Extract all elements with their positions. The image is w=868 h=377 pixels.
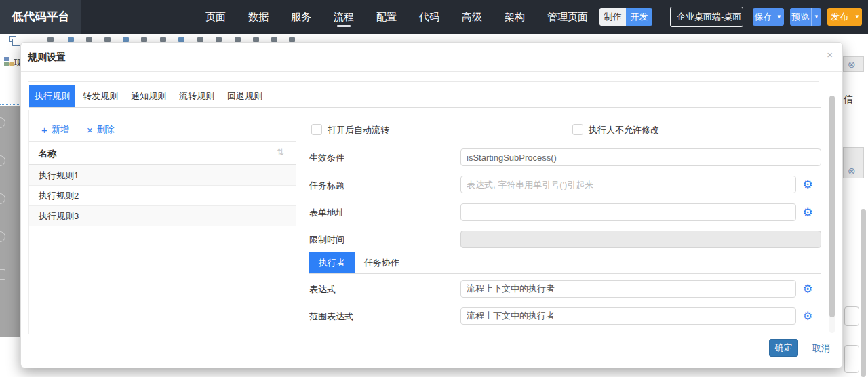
mode-make-button[interactable]: 制作 xyxy=(599,8,626,26)
preview-button-label: 预览 xyxy=(790,8,811,26)
nav-item-admin-pages[interactable]: 管理页面 xyxy=(537,0,598,34)
background-right-box-2: ⊗ xyxy=(843,147,864,178)
form-url-label: 表单地址 xyxy=(309,207,344,219)
cancel-button[interactable]: 取消 xyxy=(812,342,830,355)
nav-item-architecture[interactable]: 架构 xyxy=(494,0,535,34)
gear-icon[interactable]: ⚙ xyxy=(801,309,814,323)
save-button[interactable]: 保存 ▼ xyxy=(753,8,784,26)
mode-toggle: 制作 开发 xyxy=(599,8,652,26)
no-modify-label: 执行人不允许修改 xyxy=(589,124,659,136)
gear-icon[interactable]: ⚙ xyxy=(801,282,814,296)
modal-scrollbar-thumb[interactable] xyxy=(829,96,835,317)
ok-button[interactable]: 确定 xyxy=(769,339,798,357)
executor-tabs: 执行者 任务协作 xyxy=(309,252,409,273)
add-rule-button[interactable]: + 新增 xyxy=(41,123,69,136)
form-url-input[interactable] xyxy=(460,203,796,221)
save-button-label: 保存 xyxy=(753,8,774,26)
table-row[interactable]: 执行规则1 xyxy=(29,165,296,186)
nav-item-services[interactable]: 服务 xyxy=(281,0,321,34)
app-root: 低代码平台 页面 数据 服务 流程 配置 代码 高级 架构 管理页面 制作 开发… xyxy=(0,0,868,377)
app-logo: 低代码平台 xyxy=(0,0,81,34)
page-select[interactable]: 企业桌面端-桌面 ⌄ xyxy=(670,7,743,27)
plus-icon: + xyxy=(41,124,47,136)
preview-caret-icon[interactable]: ▼ xyxy=(811,8,821,26)
background-canvas-strip xyxy=(0,106,20,337)
circle-x-icon: ⊗ xyxy=(848,165,856,176)
gear-icon[interactable]: ⚙ xyxy=(801,178,814,192)
time-limit-input xyxy=(460,231,821,248)
background-toolbar-strip xyxy=(0,34,868,42)
publish-button-label: 发布 xyxy=(827,8,852,26)
save-caret-icon[interactable]: ▼ xyxy=(774,8,784,26)
modal-sub-divider xyxy=(28,81,819,82)
chevron-down-icon: ⌄ xyxy=(732,7,739,26)
publish-caret-icon[interactable]: ▼ xyxy=(852,8,862,26)
task-title-input[interactable] xyxy=(460,176,796,193)
delete-rule-button[interactable]: × 删除 xyxy=(87,123,115,136)
background-dotted-line xyxy=(0,104,20,105)
background-right-text: 信 xyxy=(844,94,853,106)
range-expression-label: 范围表达式 xyxy=(309,311,353,323)
auto-flow-checkbox[interactable] xyxy=(311,124,322,135)
rule-tabs: 执行规则 转发规则 通知规则 流转规则 回退规则 xyxy=(29,85,270,107)
table-row[interactable]: 执行规则3 xyxy=(29,206,296,226)
nav-item-pages[interactable]: 页面 xyxy=(195,0,236,34)
no-modify-checkbox[interactable] xyxy=(572,124,583,135)
close-icon[interactable]: × xyxy=(827,49,833,60)
tab-forward-rules[interactable]: 转发规则 xyxy=(77,85,123,107)
range-expression-input[interactable] xyxy=(460,307,796,325)
table-row[interactable]: 执行规则2 xyxy=(29,186,296,206)
expression-input[interactable] xyxy=(460,280,796,298)
gear-icon[interactable]: ⚙ xyxy=(801,205,814,220)
modal-title: 规则设置 xyxy=(28,52,66,64)
mode-dev-button[interactable]: 开发 xyxy=(626,8,652,26)
sort-icon[interactable]: ⇅ xyxy=(277,147,284,157)
tab-notify-rules[interactable]: 通知规则 xyxy=(125,85,172,107)
circle-x-icon: ⊗ xyxy=(848,59,856,70)
nav-item-config[interactable]: 配置 xyxy=(366,0,407,34)
time-limit-label: 限制时间 xyxy=(309,234,344,246)
rule-table-header: 名称 ⇅ xyxy=(29,142,296,165)
background-divider xyxy=(3,36,3,42)
expression-label: 表达式 xyxy=(309,283,336,296)
nav-item-data[interactable]: 数据 xyxy=(238,0,279,34)
condition-label: 生效条件 xyxy=(309,152,344,164)
nav-item-code[interactable]: 代码 xyxy=(409,0,450,34)
task-title-label: 任务标题 xyxy=(309,180,344,192)
active-nav-underline xyxy=(337,25,351,27)
background-partial-input-2 xyxy=(844,345,859,373)
modal-header-divider xyxy=(21,71,842,72)
executor-tabs-border xyxy=(309,273,821,274)
delete-icon: × xyxy=(87,124,93,136)
background-partial-input-1 xyxy=(844,306,859,326)
name-column-header: 名称 xyxy=(39,148,56,160)
copy-icon xyxy=(9,36,16,42)
preview-button[interactable]: 预览 ▼ xyxy=(790,8,821,26)
tab-executor[interactable]: 执行者 xyxy=(309,252,355,273)
rule-settings-modal: 规则设置 × 执行规则 转发规则 通知规则 流转规则 回退规则 + 新增 × 删… xyxy=(20,42,843,368)
page-scrollbar-thumb[interactable] xyxy=(861,209,866,377)
nav-item-process[interactable]: 流程 xyxy=(323,0,364,34)
nav-item-advanced[interactable]: 高级 xyxy=(452,0,492,34)
add-rule-label: 新增 xyxy=(52,123,69,136)
top-navbar: 低代码平台 页面 数据 服务 流程 配置 代码 高级 架构 管理页面 制作 开发… xyxy=(0,0,868,34)
background-right-box-1: ⊗ xyxy=(843,56,864,72)
condition-input[interactable] xyxy=(460,148,821,166)
auto-flow-label: 打开后自动流转 xyxy=(328,124,389,136)
tab-rollback-rules[interactable]: 回退规则 xyxy=(222,85,268,107)
tab-flow-rules[interactable]: 流转规则 xyxy=(174,85,220,107)
tabs-bottom-border xyxy=(29,107,821,108)
publish-button[interactable]: 发布 ▼ xyxy=(827,8,862,26)
delete-rule-label: 删除 xyxy=(97,123,115,136)
tab-execute-rules[interactable]: 执行规则 xyxy=(29,85,75,107)
tab-task-collaboration[interactable]: 任务协作 xyxy=(355,252,409,273)
background-left-text: 现 xyxy=(14,57,20,69)
nav-item-process-label: 流程 xyxy=(334,11,354,22)
